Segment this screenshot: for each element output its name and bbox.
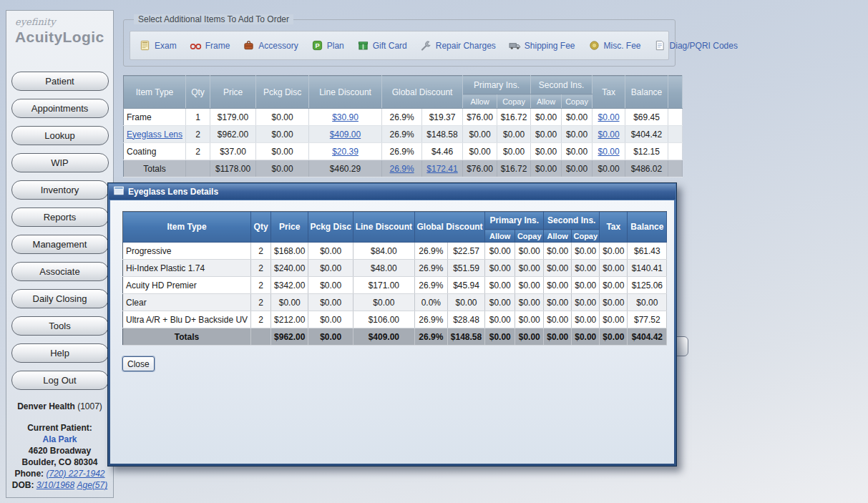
table-row: Hi-Index Plastic 1.742$240.00$0.00$48.00… [123, 260, 667, 277]
table-cell: $51.59 [447, 260, 484, 277]
table-cell [668, 109, 683, 126]
table-cell: $0.00 [256, 109, 309, 126]
table-cell: $0.00 [544, 260, 572, 277]
column-header: Line Discount [353, 212, 414, 243]
table-cell: $172.41 [422, 160, 463, 177]
table-cell: 2 [186, 126, 210, 143]
table-cell: $0.00 [600, 277, 628, 294]
table-cell: $0.00 [531, 160, 562, 177]
table-cell: $0.00 [544, 311, 572, 328]
sidebar-item-help[interactable]: Help [11, 343, 109, 363]
table-cell: 2 [251, 243, 271, 260]
current-patient-label: Current Patient: [6, 422, 113, 434]
column-header: Price [210, 76, 256, 109]
accessory-icon [243, 40, 255, 52]
sidebar-item-appointments[interactable]: Appointments [11, 99, 109, 118]
column-header: Tax [593, 76, 625, 109]
sidebar-item-associate[interactable]: Associate [11, 262, 109, 281]
cell-link[interactable]: 26.9% [390, 164, 414, 174]
toolbar-item-diag-pqri-codes[interactable]: Diag/PQRI Codes [654, 40, 738, 52]
cell-link[interactable]: $0.00 [598, 112, 620, 122]
table-cell: $76.00 [463, 160, 497, 177]
toolbar-item-exam[interactable]: Exam [139, 40, 177, 52]
table-cell: $0.00 [271, 294, 308, 311]
cell-link[interactable]: $30.90 [332, 112, 359, 122]
column-header: Allow [544, 230, 572, 243]
patient-phone[interactable]: (720) 227-1942 [46, 469, 104, 479]
cell-link[interactable]: Eyeglass Lens [127, 130, 182, 140]
sidebar-item-daily-closing[interactable]: Daily Closing [11, 289, 109, 308]
cell-link[interactable]: $172.41 [426, 164, 457, 174]
table-cell: Acuity HD Premier [123, 277, 251, 294]
cell-link[interactable]: $409.00 [330, 130, 361, 140]
acuitylogic-wordmark: AcuityLogic [15, 29, 106, 46]
dialog-title: Eyeglass Lens Details [128, 187, 218, 197]
table-row: Acuity HD Premier2$342.00$0.00$171.0026.… [123, 277, 667, 294]
table-cell: $0.00 [485, 260, 515, 277]
table-row: Coating2$37.00$0.00$20.3926.9%$4.46$0.00… [124, 143, 683, 160]
toolbar-item-shipping-fee[interactable]: Shipping Fee [509, 40, 575, 52]
toolbar-item-plan[interactable]: P Plan [311, 40, 344, 52]
sidebar-item-tools[interactable]: Tools [11, 316, 109, 336]
sidebar-item-wip[interactable]: WIP [11, 153, 109, 172]
toolbar-item-label: Diag/PQRI Codes [670, 41, 738, 51]
table-cell: $0.00 [544, 294, 572, 311]
column-header: Copay [572, 230, 600, 243]
column-header: Tax [600, 212, 628, 243]
column-header: Pckg Disc [256, 76, 309, 109]
sidebar-item-management[interactable]: Management [11, 235, 109, 254]
column-header: Primary Ins. [463, 76, 531, 94]
table-cell: $0.00 [256, 126, 309, 143]
table-cell: $0.00 [308, 328, 353, 346]
lens-details-table: Item TypeQtyPricePckg DiscLine DiscountG… [122, 211, 667, 346]
table-cell: $0.00 [497, 143, 531, 160]
toolbar-item-accessory[interactable]: Accessory [243, 40, 298, 52]
table-cell: $171.00 [353, 277, 414, 294]
table-cell: $409.00 [309, 126, 382, 143]
patient-name-link[interactable]: Ala Park [42, 434, 77, 444]
sidebar-item-patient[interactable]: Patient [11, 72, 109, 91]
phone-label: Phone: [14, 469, 44, 479]
table-cell: $69.45 [625, 109, 668, 126]
toolbar-item-gift-card[interactable]: Gift Card [357, 40, 407, 52]
dialog-titlebar[interactable]: Eyeglass Lens Details [109, 184, 676, 200]
column-header: Allow [531, 94, 562, 109]
table-cell: 26.9% [382, 160, 422, 177]
table-cell: $0.00 [515, 277, 544, 294]
table-cell: Eyeglass Lens [124, 126, 186, 143]
table-cell: $12.15 [625, 143, 668, 160]
close-button[interactable]: Close [122, 356, 155, 371]
table-cell: 2 [186, 143, 210, 160]
cell-link[interactable]: $0.00 [598, 147, 620, 157]
cell-link[interactable]: $20.39 [332, 147, 359, 157]
sidebar-item-lookup[interactable]: Lookup [11, 126, 109, 145]
table-cell: $0.00 [515, 328, 544, 346]
eyefinity-wordmark: eyefinity [15, 16, 106, 27]
toolbar-item-repair-charges[interactable]: Repair Charges [420, 40, 496, 52]
groupbox-title: Select Additional Items To Add To Order [134, 14, 293, 24]
table-row: Progressive2$168.00$0.00$84.0026.9%$22.5… [123, 243, 667, 260]
toolbar-item-frame[interactable]: Frame [190, 40, 230, 52]
sidebar-item-log-out[interactable]: Log Out [11, 371, 109, 390]
table-cell: 0.0% [414, 294, 447, 311]
table-cell: $460.29 [309, 160, 382, 177]
table-cell: $48.00 [353, 260, 414, 277]
toolbar-item-label: Plan [327, 41, 344, 51]
table-cell: $404.42 [628, 328, 667, 346]
table-cell: 2 [251, 260, 271, 277]
toolbar-item-misc-fee[interactable]: Misc. Fee [588, 40, 641, 52]
table-cell: $342.00 [271, 277, 308, 294]
eyeglass-lens-details-dialog: Eyeglass Lens Details Item TypeQtyPriceP… [107, 182, 677, 467]
sidebar-item-reports[interactable]: Reports [11, 207, 109, 227]
table-cell: Coating [124, 143, 186, 160]
table-cell: $125.06 [628, 277, 667, 294]
table-cell: $0.00 [572, 294, 600, 311]
cell-link[interactable]: $0.00 [598, 130, 620, 140]
patient-address-line2: Boulder, CO 80304 [6, 456, 113, 468]
table-cell: 2 [251, 277, 271, 294]
current-patient-panel: Current Patient: Ala Park 4620 Broadway … [6, 422, 113, 491]
sidebar-item-inventory[interactable]: Inventory [11, 180, 109, 200]
table-cell: $962.00 [210, 126, 256, 143]
sidebar: eyefinity AcuityLogic Patient Appointmen… [6, 10, 114, 498]
table-cell: 2 [251, 311, 271, 328]
